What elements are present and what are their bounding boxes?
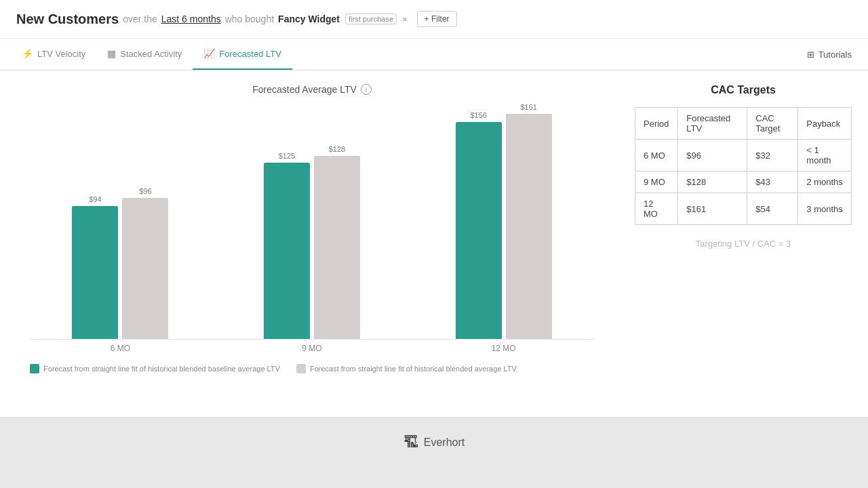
cell-cac-0: $32 xyxy=(747,140,798,171)
table-row: 9 MO $128 $43 2 months xyxy=(635,171,852,193)
bars-row: $94 $96 $125 xyxy=(16,108,608,339)
cell-cac-1: $43 xyxy=(747,171,798,193)
bar-wrap-12mo-teal: $156 xyxy=(456,111,502,339)
tutorials-label: Tutorials xyxy=(818,49,852,60)
table-header-row: Period Forecasted LTV CAC Target Payback xyxy=(635,108,852,140)
bar-pair-6mo: $94 $96 xyxy=(30,187,211,339)
legend-label-gray: Forecast from straight line fit of histo… xyxy=(310,365,517,373)
col-header-forecasted-ltv: Forecasted LTV xyxy=(678,108,747,140)
legend-label-teal: Forecast from straight line fit of histo… xyxy=(43,365,280,373)
period-link[interactable]: Last 6 months xyxy=(161,14,221,24)
cell-payback-1: 2 months xyxy=(798,171,852,193)
bar-12mo-gray xyxy=(506,114,552,339)
tutorials-button[interactable]: ⊞ Tutorials xyxy=(802,40,857,69)
tabs-bar: ⚡ LTV Velocity ▦ Stacked Activity 📈 Fore… xyxy=(0,39,868,70)
brand-name: Everhort xyxy=(424,436,465,449)
bar-9mo-teal xyxy=(264,163,310,339)
cell-period-2: 12 MO xyxy=(635,193,678,225)
col-header-cac-target: CAC Target xyxy=(747,108,798,140)
cell-ltv-0: $96 xyxy=(678,140,747,171)
col-header-period: Period xyxy=(635,108,678,140)
bar-wrap-9mo-gray: $128 xyxy=(314,145,360,339)
info-icon[interactable]: i xyxy=(361,84,372,95)
bar-label-12mo-gray: $161 xyxy=(520,103,536,111)
bar-9mo-gray xyxy=(314,156,360,339)
cell-payback-2: 3 months xyxy=(798,193,852,225)
brand-icon: 🏗 xyxy=(403,434,418,451)
bar-pair-12mo: $156 $161 xyxy=(413,103,594,339)
bar-chart: $94 $96 $125 xyxy=(16,108,608,401)
x-axis-labels: 6 MO 9 MO 12 MO xyxy=(16,340,608,353)
chart-title: Forecasted Average LTV i xyxy=(16,84,608,95)
legend-item-gray: Forecast from straight line fit of histo… xyxy=(296,364,517,373)
cac-targeting-label: Targeting LTV / CAC = 3 xyxy=(635,239,852,249)
cell-ltv-2: $161 xyxy=(678,193,747,225)
bar-label-6mo-gray: $96 xyxy=(139,187,151,195)
forecasted-ltv-icon: 📈 xyxy=(203,48,215,59)
bar-12mo-teal xyxy=(456,122,502,339)
content-area: Forecasted Average LTV i $94 $96 xyxy=(0,70,868,417)
legend-dot-gray xyxy=(296,364,306,373)
cell-period-1: 9 MO xyxy=(635,171,678,193)
bar-pair-9mo: $125 $128 xyxy=(222,145,403,339)
bar-wrap-9mo-teal: $125 xyxy=(264,152,310,339)
table-row: 6 MO $96 $32 < 1 month xyxy=(635,140,852,171)
bar-group-6mo: $94 $96 xyxy=(30,187,211,339)
bar-label-6mo-teal: $94 xyxy=(89,195,101,203)
table-row: 12 MO $161 $54 3 months xyxy=(635,193,852,225)
tab-stacked-activity-label: Stacked Activity xyxy=(120,49,182,59)
legend-item-teal: Forecast from straight line fit of histo… xyxy=(30,364,280,373)
header: New Customers over the Last 6 months who… xyxy=(0,0,868,39)
header-over-the: over the xyxy=(123,14,157,24)
x-label-9mo: 9 MO xyxy=(222,340,403,353)
bar-label-9mo-teal: $125 xyxy=(279,152,295,160)
tab-ltv-velocity-label: LTV Velocity xyxy=(37,49,85,59)
x-label-6mo: 6 MO xyxy=(30,340,211,353)
bar-6mo-teal xyxy=(72,206,118,339)
chart-legend: Forecast from straight line fit of histo… xyxy=(16,364,608,373)
cell-ltv-1: $128 xyxy=(678,171,747,193)
product-badge: first purchase xyxy=(345,14,397,24)
tab-stacked-activity[interactable]: ▦ Stacked Activity xyxy=(96,39,193,70)
cac-section: CAC Targets Period Forecasted LTV CAC Ta… xyxy=(635,84,852,401)
product-close-icon[interactable]: × xyxy=(402,14,408,24)
footer-brand: 🏗 Everhort xyxy=(0,418,868,468)
main-card: New Customers over the Last 6 months who… xyxy=(0,0,868,418)
bar-wrap-6mo-gray: $96 xyxy=(122,187,168,339)
bar-label-9mo-gray: $128 xyxy=(329,145,345,153)
cell-period-0: 6 MO xyxy=(635,140,678,171)
bar-label-12mo-teal: $156 xyxy=(470,111,486,119)
product-name: Fancy Widget xyxy=(278,14,340,24)
stacked-activity-icon: ▦ xyxy=(107,48,116,59)
legend-dot-teal xyxy=(30,364,39,373)
page-title: New Customers xyxy=(16,12,119,27)
cell-payback-0: < 1 month xyxy=(798,140,852,171)
cac-table: Period Forecasted LTV CAC Target Payback… xyxy=(635,107,852,225)
header-who-bought: who bought xyxy=(225,14,274,24)
tab-forecasted-ltv-label: Forecasted LTV xyxy=(219,49,281,59)
bar-wrap-12mo-gray: $161 xyxy=(506,103,552,339)
bar-wrap-6mo-teal: $94 xyxy=(72,195,118,339)
cell-cac-2: $54 xyxy=(747,193,798,225)
tab-forecasted-ltv[interactable]: 📈 Forecasted LTV xyxy=(193,39,292,70)
bar-group-9mo: $125 $128 xyxy=(222,145,403,339)
filter-button[interactable]: + Filter xyxy=(417,11,457,27)
bar-6mo-gray xyxy=(122,198,168,339)
col-header-payback: Payback xyxy=(798,108,852,140)
tutorials-icon: ⊞ xyxy=(807,49,814,60)
ltv-velocity-icon: ⚡ xyxy=(22,48,33,59)
cac-title: CAC Targets xyxy=(635,84,852,96)
tab-ltv-velocity[interactable]: ⚡ LTV Velocity xyxy=(11,39,96,70)
bar-group-12mo: $156 $161 xyxy=(413,103,594,339)
chart-section: Forecasted Average LTV i $94 $96 xyxy=(16,84,608,401)
x-label-12mo: 12 MO xyxy=(413,340,594,353)
